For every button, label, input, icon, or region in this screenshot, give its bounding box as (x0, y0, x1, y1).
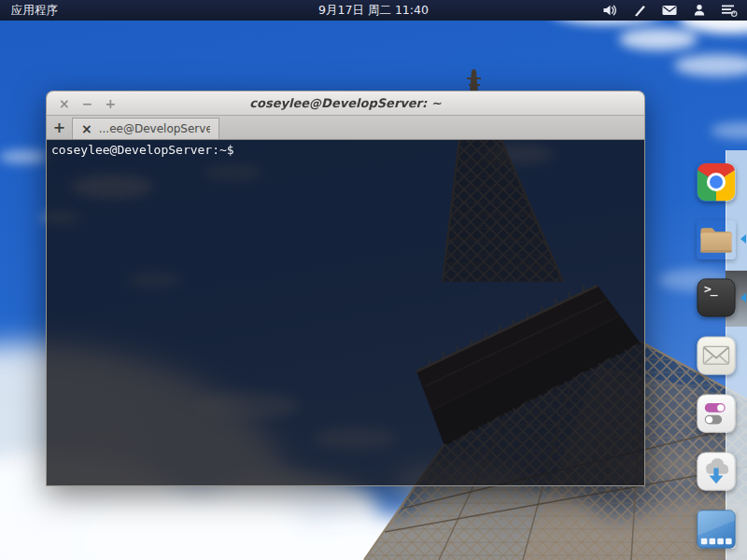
dock: >_ (697, 162, 736, 549)
maximize-button[interactable]: + (105, 97, 116, 110)
desktop: 应用程序 9月17日 周二 11:40 (0, 0, 747, 560)
terminal-tab[interactable]: × ...ee@DevelopServer: ~ (72, 118, 219, 139)
close-button[interactable]: × (59, 97, 70, 110)
new-tab-button[interactable]: + (47, 116, 72, 139)
dock-item-terminal[interactable]: >_ (697, 278, 736, 317)
cloud-download-icon (697, 452, 736, 491)
running-indicator-terminal (740, 293, 746, 302)
applications-menu[interactable]: 应用程序 (0, 0, 69, 21)
top-bar: 应用程序 9月17日 周二 11:40 (0, 0, 747, 21)
tab-label: ...ee@DevelopServer: ~ (99, 122, 210, 135)
envelope-icon (697, 336, 736, 375)
terminal-window: × − + coseylee@DevelopServer: ~ + × ...e… (46, 91, 645, 486)
tab-close-button[interactable]: × (81, 122, 92, 135)
dock-item-show-apps[interactable] (697, 510, 736, 549)
shell-prompt: coseylee@DevelopServer:~$ (51, 143, 234, 157)
session-menu-power-icon[interactable] (721, 3, 738, 18)
toggles-icon (697, 394, 736, 433)
dock-item-chrome[interactable] (697, 162, 736, 202)
window-title: coseylee@DevelopServer: ~ (47, 96, 644, 110)
running-indicator-files (740, 234, 746, 244)
tab-bar: + × ...ee@DevelopServer: ~ (46, 116, 645, 140)
show-applications-icon (697, 510, 736, 549)
minimize-button[interactable]: − (82, 97, 93, 110)
dock-item-mail[interactable] (697, 336, 736, 375)
pen-icon[interactable] (632, 3, 647, 18)
dock-item-tweaks[interactable] (697, 394, 736, 433)
mail-icon[interactable] (661, 3, 678, 18)
window-controls: × − + (47, 97, 116, 110)
window-titlebar[interactable]: × − + coseylee@DevelopServer: ~ (46, 91, 645, 116)
clock-label: 9月17日 周二 11:40 (318, 3, 429, 17)
dock-item-files[interactable] (697, 220, 736, 259)
user-icon[interactable] (692, 3, 707, 18)
terminal-icon-glyph: >_ (704, 282, 717, 296)
volume-icon[interactable] (602, 3, 618, 18)
system-tray (602, 3, 747, 18)
terminal-content[interactable]: coseylee@DevelopServer:~$ (46, 140, 645, 486)
dock-item-software-updater[interactable] (697, 452, 736, 491)
chrome-icon (697, 162, 736, 202)
folder-icon (697, 220, 736, 259)
clock[interactable]: 9月17日 周二 11:40 (318, 3, 429, 19)
applications-menu-label: 应用程序 (11, 3, 58, 19)
